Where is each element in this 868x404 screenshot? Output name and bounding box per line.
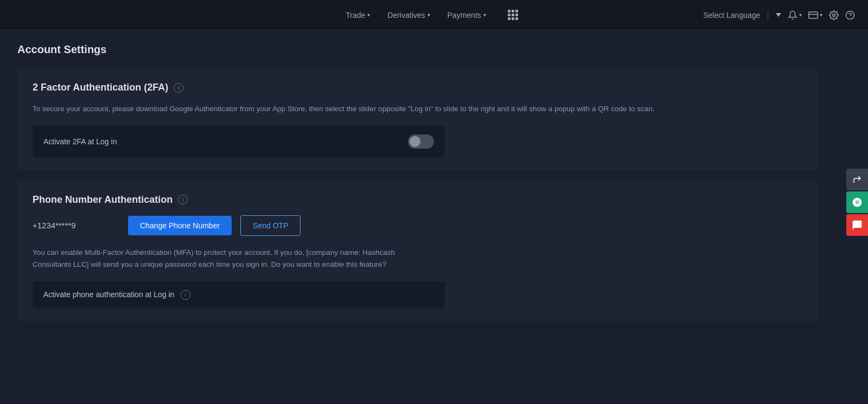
mfa-description: You can enable Multi-Factor Authenticati… (33, 247, 434, 271)
twofa-description: To secure your account, please download … (33, 103, 803, 115)
nav-trade[interactable]: Trade ▾ (346, 11, 370, 20)
svg-rect-0 (809, 12, 818, 18)
phone-section-title: Phone Number Authentication (33, 194, 173, 206)
phone-toggle-label: Activate phone authentication at Log in … (43, 290, 190, 300)
page-title: Account Settings (17, 43, 818, 56)
twofa-toggle[interactable] (408, 134, 434, 149)
notifications-icon[interactable]: ▾ (788, 10, 802, 20)
language-selector[interactable]: Select Language (703, 11, 760, 20)
twofa-info-icon[interactable]: i (174, 83, 183, 93)
phone-header: Phone Number Authentication i (33, 194, 803, 206)
grid-icon[interactable] (508, 10, 518, 20)
change-phone-button[interactable]: Change Phone Number (128, 216, 232, 235)
wallet-icon[interactable]: ▾ (808, 10, 822, 20)
dropdown-icon[interactable] (776, 13, 781, 17)
help-icon[interactable] (845, 10, 855, 20)
settings-icon[interactable] (829, 10, 839, 20)
phone-toggle-info-icon[interactable]: i (181, 290, 190, 300)
derivatives-chevron-icon: ▾ (427, 12, 430, 18)
nav-payments[interactable]: Payments ▾ (448, 11, 486, 20)
phone-toggle-row: Activate phone authentication at Log in … (33, 281, 445, 309)
twofa-section: 2 Factor Authentication (2FA) i To secur… (17, 69, 818, 170)
phone-info-icon[interactable]: i (178, 195, 188, 204)
twofa-header: 2 Factor Authentication (2FA) i (33, 82, 803, 93)
nav-right-items: Select Language | ▾ ▾ (703, 9, 855, 21)
side-buttons-panel (846, 169, 868, 236)
trade-chevron-icon: ▾ (367, 12, 370, 18)
send-otp-button[interactable]: Send OTP (240, 215, 301, 236)
nav-derivatives[interactable]: Derivatives ▾ (387, 11, 430, 20)
twofa-toggle-row: Activate 2FA at Log in (33, 126, 445, 157)
phone-section: Phone Number Authentication i +1234*****… (17, 181, 818, 322)
svg-point-2 (833, 14, 835, 16)
payments-chevron-icon: ▾ (483, 12, 486, 18)
nav-divider: | (767, 9, 769, 21)
phone-row: +1234*****9 Change Phone Number Send OTP (33, 215, 803, 236)
share-side-button[interactable] (846, 169, 868, 190)
twofa-title: 2 Factor Authentication (2FA) (33, 82, 168, 93)
phone-number-display: +1234*****9 (33, 221, 119, 230)
ai-side-button[interactable] (846, 191, 868, 213)
twofa-toggle-label: Activate 2FA at Log in (43, 137, 117, 146)
navbar: Trade ▾ Derivatives ▾ Payments ▾ Select … (0, 0, 868, 30)
main-content: Account Settings 2 Factor Authentication… (0, 30, 835, 345)
chat-side-button[interactable] (846, 214, 868, 236)
